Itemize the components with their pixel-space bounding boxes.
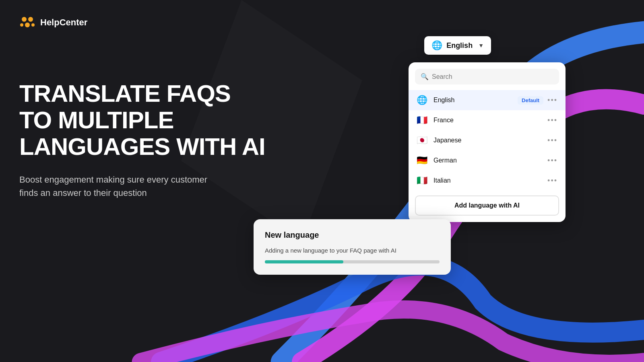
list-item[interactable]: 🇩🇪 German ••• [409, 150, 566, 171]
svg-point-5 [31, 23, 35, 27]
chevron-down-icon: ▼ [478, 42, 484, 49]
more-options-icon[interactable]: ••• [547, 157, 557, 164]
flag-icon: 🇮🇹 [417, 175, 428, 186]
search-input[interactable] [432, 73, 553, 80]
svg-point-1 [22, 17, 27, 22]
more-options-icon[interactable]: ••• [547, 177, 557, 184]
logo-text: HelpCenter [40, 17, 87, 28]
search-icon: 🔍 [421, 73, 429, 80]
sub-text: Boost engagement making sure every custo… [19, 173, 221, 200]
progress-card: New language Adding a new language to yo… [254, 219, 451, 275]
search-box[interactable]: 🔍 [415, 69, 559, 84]
flag-icon: 🇯🇵 [417, 135, 428, 146]
add-language-button[interactable]: Add language with AI [415, 195, 559, 216]
lang-selector-label: English [446, 41, 473, 50]
logo-area: HelpCenter [19, 14, 87, 31]
list-item[interactable]: 🌐 English Default ••• [409, 90, 566, 110]
logo-icon [19, 14, 35, 31]
lang-name: Italian [433, 177, 547, 184]
lang-name: Japanese [433, 137, 547, 144]
list-item[interactable]: 🇫🇷 France ••• [409, 110, 566, 130]
flag-icon: 🇫🇷 [417, 115, 428, 125]
flag-icon: 🇩🇪 [417, 155, 428, 166]
list-item[interactable]: 🇯🇵 Japanese ••• [409, 130, 566, 150]
more-options-icon[interactable]: ••• [547, 97, 557, 104]
svg-point-2 [28, 17, 33, 22]
lang-name: France [433, 117, 547, 124]
more-options-icon[interactable]: ••• [547, 117, 557, 124]
progress-bar-background [265, 260, 440, 263]
lang-name: German [433, 157, 547, 164]
language-dropdown: 🔍 🌐 English Default ••• 🇫🇷 France ••• 🇯🇵… [409, 62, 566, 222]
left-content: Translate FAQs to multiple languages wit… [19, 80, 269, 200]
flag-icon: 🌐 [417, 95, 428, 105]
card-title: New language [265, 230, 440, 240]
list-item[interactable]: 🇮🇹 Italian ••• [409, 171, 566, 191]
card-description: Adding a new language to your FAQ page w… [265, 247, 440, 254]
globe-icon: 🌐 [431, 40, 442, 51]
lang-selector-button[interactable]: 🌐 English ▼ [424, 36, 491, 55]
lang-name: English [433, 97, 518, 104]
language-list: 🌐 English Default ••• 🇫🇷 France ••• 🇯🇵 J… [409, 90, 566, 191]
svg-point-3 [25, 23, 30, 27]
svg-point-4 [20, 23, 23, 27]
more-options-icon[interactable]: ••• [547, 137, 557, 144]
progress-bar-fill [265, 260, 343, 263]
default-badge: Default [518, 96, 543, 105]
main-heading: Translate FAQs to multiple languages wit… [19, 80, 269, 160]
